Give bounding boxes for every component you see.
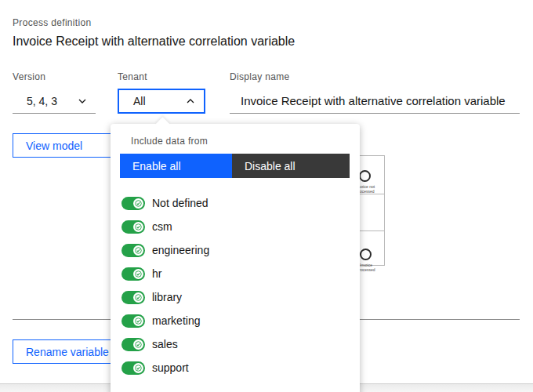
toggle-knob: [133, 269, 143, 279]
end-event-icon: [359, 170, 371, 182]
tenant-dropdown[interactable]: All: [118, 89, 205, 114]
toggle-knob: [133, 316, 143, 326]
toggle-knob: [133, 222, 143, 232]
check-icon: [135, 200, 142, 207]
chevron-down-icon: [78, 99, 86, 103]
toggle-knob: [133, 292, 143, 303]
tenant-toggle-row: hr: [121, 262, 209, 285]
toggle-switch[interactable]: [121, 314, 145, 328]
toggle-label: csm: [152, 220, 172, 233]
toggle-label: sales: [152, 338, 178, 350]
tenant-toggle-row: support: [121, 356, 209, 379]
disable-all-button[interactable]: Disable all: [232, 154, 350, 178]
check-icon: [135, 341, 142, 348]
toggle-switch[interactable]: [121, 197, 145, 210]
toggle-switch[interactable]: [121, 338, 145, 351]
version-dropdown-value: 5, 4, 3: [27, 95, 57, 107]
toggle-knob: [133, 245, 143, 256]
check-icon: [135, 318, 142, 325]
tenant-dropdown-value: All: [133, 95, 146, 107]
version-dropdown[interactable]: 5, 4, 3: [13, 89, 96, 114]
toggle-label: Not defined: [152, 197, 208, 209]
bulk-toggle-buttons: Enable all Disable all: [120, 154, 350, 178]
tenant-toggle-row: engineering: [121, 238, 209, 262]
toggle-switch[interactable]: [121, 244, 145, 257]
toggle-switch[interactable]: [121, 291, 145, 304]
tenant-toggle-row: marketing: [121, 309, 209, 332]
toggle-knob: [133, 363, 143, 373]
toggle-label: marketing: [152, 314, 200, 327]
tenant-label: Tenant: [118, 71, 147, 82]
tenant-toggle-row: library: [121, 285, 209, 309]
process-definition-label: Process definition: [13, 17, 91, 28]
toggle-switch[interactable]: [121, 361, 145, 375]
check-icon: [135, 247, 142, 254]
include-data-from-label: Include data from: [131, 136, 208, 147]
tenant-toggle-list: Not definedcsmengineeringhrlibrarymarket…: [121, 191, 209, 379]
toggle-switch[interactable]: [121, 267, 145, 281]
version-label: Version: [13, 71, 45, 82]
tenant-popover: Include data from Enable all Disable all…: [111, 124, 360, 392]
display-name-label: Display name: [230, 71, 290, 82]
process-definition-title: Invoice Receipt with alternative correla…: [13, 34, 295, 49]
tenant-toggle-row: Not defined: [121, 191, 209, 215]
toggle-knob: [133, 198, 143, 209]
display-name-input[interactable]: [230, 89, 520, 114]
toggle-switch[interactable]: [121, 220, 145, 234]
check-icon: [135, 294, 142, 301]
toggle-label: library: [152, 291, 182, 303]
chevron-up-icon: [187, 99, 194, 103]
popover-caret: [155, 117, 169, 131]
toggle-label: hr: [152, 267, 161, 280]
toggle-label: support: [152, 361, 189, 374]
check-icon: [135, 223, 142, 230]
enable-all-button[interactable]: Enable all: [120, 154, 232, 178]
check-icon: [135, 365, 142, 372]
end-event-icon: [360, 249, 372, 260]
check-icon: [135, 270, 142, 278]
toggle-knob: [133, 339, 143, 350]
toggle-label: engineering: [152, 244, 209, 256]
tenant-toggle-row: csm: [121, 215, 209, 238]
tenant-toggle-row: sales: [121, 332, 209, 356]
